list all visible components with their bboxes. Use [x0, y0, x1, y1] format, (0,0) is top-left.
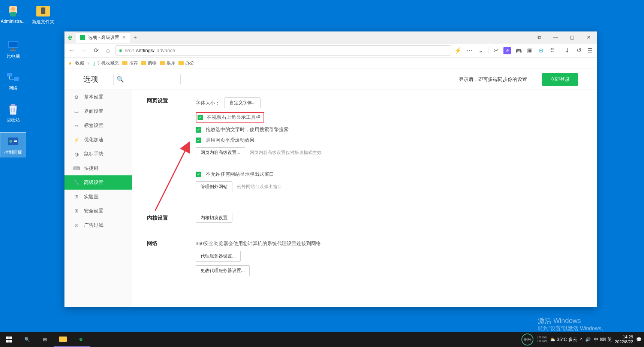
- svg-line-14: [155, 143, 189, 211]
- taskview-button[interactable]: ⊞: [36, 332, 54, 347]
- rocket-icon: ⚡: [73, 137, 79, 143]
- desktop-icon-pc[interactable]: 此电脑: [0, 37, 26, 61]
- sidebar-item-lab[interactable]: ⚗实验室: [64, 190, 132, 204]
- net-speed[interactable]: ↑ 0 K/s↓ 0 K/s: [536, 336, 547, 343]
- section-title-network: 网络: [147, 240, 196, 280]
- tabs-icon: ▱: [73, 123, 79, 129]
- translate-icon[interactable]: 译: [503, 47, 511, 54]
- game-icon[interactable]: 🎮: [515, 47, 522, 54]
- tray-ime[interactable]: 中 ⌨ 英: [594, 337, 612, 343]
- sidebar-item-advanced[interactable]: 🔧高级设置: [64, 175, 132, 190]
- svg-rect-6: [10, 50, 16, 51]
- nav-home[interactable]: ⌂: [103, 46, 112, 55]
- url-input[interactable]: ◉ se://settings/advance: [115, 45, 451, 56]
- tray-sound[interactable]: 🔊: [585, 337, 591, 342]
- more-icon[interactable]: ⋯: [466, 47, 473, 54]
- shield-icon: ⛨: [73, 208, 79, 214]
- svg-rect-16: [9, 337, 12, 339]
- start-button[interactable]: [0, 332, 18, 347]
- svg-rect-8: [14, 77, 19, 81]
- chevron-down-icon[interactable]: ⌄: [477, 47, 484, 54]
- bookmark-folder[interactable]: 购物: [141, 60, 157, 66]
- checkbox-video-toolbar[interactable]: ✓: [198, 115, 203, 120]
- explorer-button[interactable]: [54, 332, 72, 347]
- font-custom-button[interactable]: 自定义字体...: [225, 97, 261, 108]
- svg-rect-7: [7, 73, 12, 76]
- highlighted-option: ✓ 在视频右上角显示工具栏: [196, 112, 264, 123]
- bookmark-folder[interactable]: 娱乐: [160, 60, 175, 66]
- lightning-icon[interactable]: ⚡: [454, 47, 462, 54]
- notifications-button[interactable]: 💬: [636, 337, 642, 342]
- sidebar: ⚙基本设置 ▭界面设置 ▱标签设置 ⚡优化加速 ◑鼠标手势 ⌨快捷键 🔧高级设置…: [64, 90, 132, 307]
- tab-favicon: [80, 35, 85, 40]
- desktop-icon-recycle[interactable]: 回收站: [0, 100, 26, 125]
- desktop-icon-admin[interactable]: Administra...: [0, 2, 26, 25]
- sidebar-item-mouse[interactable]: ◑鼠标手势: [64, 147, 132, 161]
- change-proxy-button[interactable]: 更改代理服务器设置...: [196, 265, 250, 276]
- checkbox-drag-search[interactable]: ✓: [196, 127, 201, 133]
- proxy-settings-button[interactable]: 代理服务器设置...: [196, 251, 241, 262]
- history-icon[interactable]: ↺: [575, 47, 583, 54]
- settings-main: 网页设置 字体大小： 自定义字体... ✓ 在视频右上角显示工具栏 ✓拖放选中的…: [132, 90, 597, 307]
- clock[interactable]: 14:292022/8/22: [615, 335, 633, 344]
- windows-watermark: 激活 Windows 转到"设置"以激活 Windows。: [538, 316, 607, 332]
- bookmark-mobile[interactable]: ▯手机收藏夹: [93, 60, 119, 66]
- taskbar: 🔍 ⊞ e 94% ↑ 0 K/s↓ 0 K/s ⛅35°C 多云 ^ 🔊 中 …: [0, 332, 644, 347]
- app-icon: e: [64, 31, 76, 43]
- star-icon: ★: [68, 61, 72, 66]
- sidebar-item-speed[interactable]: ⚡优化加速: [64, 133, 132, 147]
- svg-rect-15: [6, 337, 9, 339]
- svg-point-1: [11, 7, 15, 11]
- login-button[interactable]: 立即登录: [542, 73, 578, 86]
- note-icon[interactable]: ▣: [526, 47, 533, 54]
- nav-reload[interactable]: ⟳: [91, 46, 100, 55]
- nav-back[interactable]: ←: [67, 46, 76, 55]
- circle-icon[interactable]: ⊖: [537, 47, 545, 54]
- layout-icon: ▭: [73, 108, 79, 114]
- apps-icon[interactable]: ⠿: [548, 47, 556, 54]
- cut-icon[interactable]: ✂: [492, 47, 500, 54]
- bookmark-folder[interactable]: 办公: [178, 60, 194, 66]
- sidebar-item-basic[interactable]: ⚙基本设置: [64, 90, 132, 104]
- wrench-icon: 🔧: [73, 179, 79, 185]
- checkbox-smooth-scroll[interactable]: ✓: [196, 138, 201, 143]
- nav-forward[interactable]: →: [79, 46, 88, 55]
- manage-exceptions-button[interactable]: 管理例外网站: [196, 181, 232, 192]
- win-max[interactable]: ▢: [564, 31, 580, 43]
- sidebar-item-security[interactable]: ⛨安全设置: [64, 204, 132, 218]
- desktop-icon-control-panel[interactable]: 控制面板: [0, 132, 26, 157]
- desktop-icon-newfolder[interactable]: 新建文件夹: [30, 2, 56, 27]
- svg-rect-5: [12, 48, 15, 50]
- sidebar-item-ui[interactable]: ▭界面设置: [64, 104, 132, 118]
- svg-rect-13: [14, 141, 17, 142]
- sync-text: 登录后，即可多端同步你的设置: [459, 76, 527, 83]
- hw-monitor[interactable]: 94%: [521, 334, 533, 346]
- download-icon[interactable]: ⭳: [564, 47, 571, 54]
- search-button[interactable]: 🔍: [18, 332, 36, 347]
- sidebar-item-adblock[interactable]: ⊘广告过滤: [64, 218, 132, 232]
- bookmark-folder[interactable]: 推荐: [122, 60, 138, 66]
- titlebar: e 选项 - 高级设置 ✕ + ⧉ — ▢ ✕: [64, 31, 597, 43]
- search-input[interactable]: 🔍: [113, 74, 181, 85]
- kernel-switch-button[interactable]: 内核切换设置: [196, 213, 232, 223]
- gear-icon: ⚙: [73, 94, 79, 100]
- win-close[interactable]: ✕: [580, 31, 597, 43]
- newtab-button[interactable]: +: [130, 32, 141, 43]
- checkbox-block-popup[interactable]: ✓: [196, 172, 201, 177]
- weather[interactable]: ⛅35°C 多云: [550, 337, 577, 343]
- tab-active[interactable]: 选项 - 高级设置 ✕: [76, 32, 130, 43]
- win-pip[interactable]: ⧉: [531, 31, 547, 43]
- desktop-icon-network[interactable]: 网络: [0, 69, 26, 93]
- page-advanced-button[interactable]: 网页内容高级设置...: [196, 147, 245, 158]
- menu-icon[interactable]: ☰: [586, 47, 594, 54]
- tray-up[interactable]: ^: [580, 337, 583, 342]
- tab-close[interactable]: ✕: [122, 35, 126, 40]
- tab-title: 选项 - 高级设置: [88, 34, 119, 41]
- keyboard-icon: ⌨: [73, 165, 79, 171]
- browser-button[interactable]: e: [72, 332, 90, 347]
- sidebar-item-hotkey[interactable]: ⌨快捷键: [64, 161, 132, 175]
- sidebar-item-tabs[interactable]: ▱标签设置: [64, 118, 132, 133]
- win-min[interactable]: —: [547, 31, 564, 43]
- lock-icon: ◉: [119, 48, 123, 53]
- page-title: 选项: [83, 74, 98, 84]
